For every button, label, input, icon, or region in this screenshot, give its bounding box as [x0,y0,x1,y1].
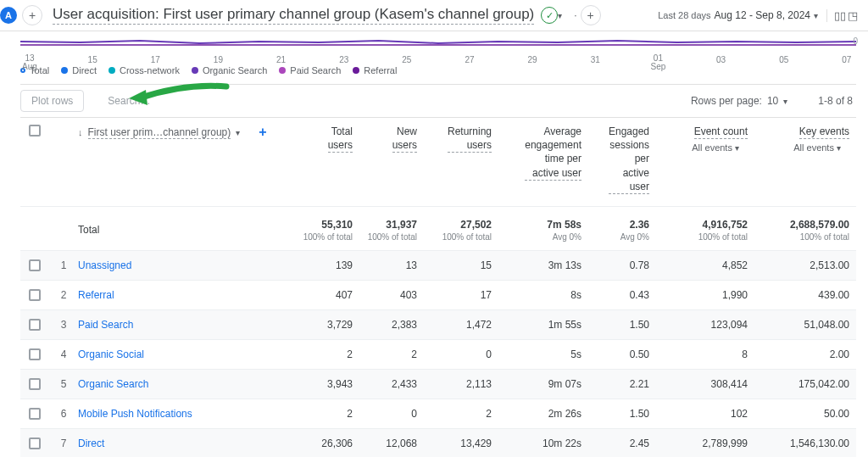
chart-icon[interactable]: ◳ [848,9,858,22]
layout-icon[interactable]: ▯▯ [834,9,846,22]
row-value: 2 [288,408,359,420]
date-preset-label: Last 28 days [658,10,710,20]
table-row: 1Unassigned13913153m 13s0.784,8522,513.0… [20,250,856,280]
row-value: 3m 13s [498,259,588,271]
table-row: 5Organic Search3,9432,4332,1139m 07s2.21… [20,369,856,398]
row-checkbox[interactable] [29,319,41,331]
row-checkbox[interactable] [29,348,41,360]
row-value: 13 [359,259,424,271]
add-comparison-button[interactable]: + [22,5,42,25]
col-event-count[interactable]: Event count [694,125,748,139]
title-dropdown-icon[interactable]: ▾ [558,11,562,20]
table-total-row: Total 55,310100% of total 31,937100% of … [20,206,856,250]
col-engaged-sessions[interactable]: Engaged sessions per active user [609,125,649,194]
date-range[interactable]: Aug 12 - Sep 8, 2024 [715,9,810,21]
pagination-range: 1-8 of 8 [818,95,853,107]
rows-per-page-label: Rows per page: [691,95,762,107]
row-value: 1,546,130.00 [754,437,856,449]
row-value: 175,042.00 [754,378,856,390]
row-index: 1 [49,259,78,271]
row-value: 1,990 [656,289,754,301]
row-value: 2 [424,408,498,420]
row-value: 439.00 [754,289,856,301]
row-value: 1.50 [588,408,656,420]
row-value: 407 [288,289,359,301]
row-checkbox[interactable] [29,259,41,271]
row-checkbox[interactable] [29,289,41,301]
row-value: 9m 07s [498,378,588,390]
table-row: 3Paid Search3,7292,3831,4721m 55s1.50123… [20,309,856,339]
col-avg-engagement[interactable]: Average engagement time per active user [525,125,581,181]
row-value: 12,068 [359,437,424,449]
report-title[interactable]: User acquisition: First user primary cha… [53,6,534,25]
row-value: 2.00 [754,348,856,360]
row-index: 7 [49,437,78,449]
row-value: 102 [656,408,754,420]
row-value: 2,513.00 [754,259,856,271]
total-label: Total [78,224,288,236]
row-checkbox[interactable] [29,378,41,390]
row-name[interactable]: Referral [78,289,288,301]
row-value: 2,433 [359,378,424,390]
row-value: 2,113 [424,378,498,390]
row-value: 13,429 [424,437,498,449]
row-value: 0.78 [588,259,656,271]
date-dropdown-icon[interactable]: ▾ [814,11,818,20]
col-new-users[interactable]: New users [392,125,417,153]
row-value: 0.50 [588,348,656,360]
avatar[interactable]: A [0,7,17,24]
row-name[interactable]: Paid Search [78,319,288,331]
row-value: 2,383 [359,319,424,331]
row-index: 3 [49,319,78,331]
search-input[interactable] [108,92,260,111]
add-segment-button[interactable]: + [581,5,601,25]
row-value: 17 [424,289,498,301]
col-total-users[interactable]: Total users [328,125,353,153]
table-row: 7Direct26,30612,06813,42910m 22s2.452,78… [20,428,856,457]
row-name[interactable]: Mobile Push Notifications [78,408,288,420]
rows-per-page-dropdown-icon[interactable]: ▾ [783,97,787,106]
rows-per-page-value[interactable]: 10 [767,95,778,107]
row-value: 139 [288,259,359,271]
add-dimension-button[interactable]: + [259,125,266,140]
row-index: 5 [49,378,78,390]
row-value: 8s [498,289,588,301]
row-value: 26,306 [288,437,359,449]
row-checkbox[interactable] [29,408,41,420]
row-value: 3,943 [288,378,359,390]
row-name[interactable]: Direct [78,437,288,449]
row-value: 2.45 [588,437,656,449]
row-value: 1.50 [588,319,656,331]
table-row: 6Mobile Push Notifications2022m 26s1.501… [20,398,856,428]
row-name[interactable]: Unassigned [78,259,288,271]
plot-rows-button[interactable]: Plot rows [20,90,84,112]
select-all-checkbox[interactable] [29,125,41,137]
row-value: 4,852 [656,259,754,271]
row-index: 2 [49,289,78,301]
row-value: 0 [359,408,424,420]
row-index: 6 [49,408,78,420]
dimension-dropdown-icon[interactable]: ▾ [236,128,240,137]
row-value: 15 [424,259,498,271]
row-value: 2.21 [588,378,656,390]
row-value: 123,094 [656,319,754,331]
row-value: 403 [359,289,424,301]
verified-icon: ✓ [541,7,558,24]
sort-icon[interactable]: ↓ [78,127,83,137]
col-returning-users[interactable]: Returning users [448,125,492,153]
table-row: 2Referral407403178s0.431,990439.00 [20,280,856,309]
row-value: 50.00 [754,408,856,420]
row-value: 51,048.00 [754,319,856,331]
y-zero-label: 0 [853,36,858,46]
row-index: 4 [49,348,78,360]
row-name[interactable]: Organic Search [78,378,288,390]
table-header: ↓ First user prim…channel group) ▾ + Tot… [20,117,856,206]
dimension-column-label[interactable]: First user prim…channel group) [88,126,231,139]
row-name[interactable]: Organic Social [78,348,288,360]
col-key-events[interactable]: Key events [799,125,849,139]
timeline-chart [20,35,856,53]
row-value: 308,414 [656,378,754,390]
row-value: 1,472 [424,319,498,331]
row-checkbox[interactable] [29,437,41,449]
row-value: 2 [288,348,359,360]
